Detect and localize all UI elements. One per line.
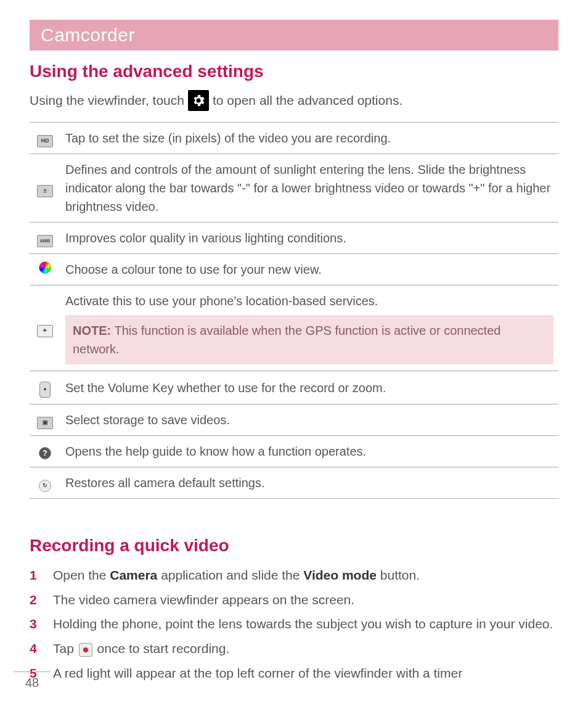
table-row: ▣Select storage to save videos. <box>30 404 558 436</box>
step-text: A red light will appear at the top left … <box>53 666 462 680</box>
intro-text-post: to open all the advanced options. <box>213 91 402 110</box>
list-item: Holding the phone, point the lens toward… <box>30 613 558 635</box>
setting-text: Select storage to save videos. <box>65 411 553 429</box>
setting-icon <box>39 261 51 274</box>
table-row: ↻Restores all camera default settings. <box>30 467 558 499</box>
step-text: application and slide the <box>157 568 303 582</box>
setting-icon-cell: AWB <box>30 223 60 254</box>
setting-icon-cell: HD <box>30 123 60 154</box>
intro-text-pre: Using the viewfinder, touch <box>30 91 184 110</box>
step-text: Holding the phone, point the lens toward… <box>53 617 553 631</box>
setting-text: Improves color quality in various lighti… <box>65 229 553 247</box>
setting-icon-cell: ▣ <box>30 404 60 436</box>
intro-paragraph: Using the viewfinder, touch to open all … <box>30 90 558 111</box>
setting-icon-cell: ↻ <box>30 467 60 499</box>
list-item: A red light will appear at the top left … <box>30 662 558 684</box>
setting-description: Defines and controls of the amount of su… <box>60 154 558 223</box>
note-label: NOTE: <box>73 324 111 337</box>
setting-text: Tap to set the size (in pixels) of the v… <box>65 129 553 147</box>
table-row: ?Opens the help guide to know how a func… <box>30 436 558 467</box>
section-heading-advanced: Using the advanced settings <box>30 62 558 81</box>
list-item: Tap once to start recording. <box>30 638 558 660</box>
chapter-title: Camcorder <box>30 20 558 51</box>
setting-description: Improves color quality in various lighti… <box>60 223 558 254</box>
section-heading-recording: Recording a quick video <box>30 536 558 556</box>
table-row: AWBImproves color quality in various lig… <box>30 223 558 254</box>
step-text: The video camera viewfinder appears on t… <box>53 593 354 607</box>
step-text: once to start recording. <box>94 641 230 655</box>
list-item: The video camera viewfinder appears on t… <box>30 589 558 611</box>
step-text: Tap <box>53 641 78 655</box>
gear-icon <box>188 90 209 111</box>
setting-icon: ✦ <box>37 325 53 337</box>
setting-icon: ● <box>39 382 51 398</box>
setting-description: Restores all camera default settings. <box>60 467 558 499</box>
setting-icon-cell: ? <box>30 436 60 467</box>
record-icon <box>79 643 92 657</box>
setting-icon-cell: ✦ <box>30 285 60 371</box>
table-row: HDTap to set the size (in pixels) of the… <box>30 123 558 154</box>
setting-description: Select storage to save videos. <box>60 404 558 436</box>
step-bold: Camera <box>110 568 157 582</box>
setting-icon-cell: ● <box>30 371 60 404</box>
setting-icon: ? <box>39 447 51 459</box>
step-bold: Video mode <box>303 568 377 582</box>
settings-table: HDTap to set the size (in pixels) of the… <box>30 122 558 499</box>
setting-text: Opens the help guide to know how a funct… <box>65 442 553 461</box>
setting-text: Defines and controls of the amount of su… <box>65 160 553 216</box>
setting-icon: ± <box>37 185 53 197</box>
steps-list: Open the Camera application and slide th… <box>30 564 558 684</box>
table-row: ✦Activate this to use your phone's locat… <box>30 285 558 371</box>
setting-icon: HD <box>37 135 53 147</box>
setting-description: Tap to set the size (in pixels) of the v… <box>60 123 558 154</box>
setting-text: Choose a colour tone to use for your new… <box>65 260 553 279</box>
setting-description: Opens the help guide to know how a funct… <box>60 436 558 467</box>
setting-description: Set the Volume Key whether to use for th… <box>60 371 558 404</box>
step-text: Open the <box>53 568 110 582</box>
table-row: Choose a colour tone to use for your new… <box>30 254 558 285</box>
setting-icon: ▣ <box>37 417 53 429</box>
setting-icon: ↻ <box>39 480 51 492</box>
list-item: Open the Camera application and slide th… <box>30 564 558 586</box>
step-text: button. <box>377 568 420 582</box>
setting-text: Activate this to use your phone's locati… <box>65 292 553 310</box>
table-row: ●Set the Volume Key whether to use for t… <box>30 371 558 404</box>
note-box: NOTE: This function is available when th… <box>65 315 553 364</box>
setting-icon-cell <box>30 254 60 285</box>
setting-description: Activate this to use your phone's locati… <box>60 285 558 371</box>
setting-text: Set the Volume Key whether to use for th… <box>65 379 553 397</box>
table-row: ±Defines and controls of the amount of s… <box>30 154 558 223</box>
setting-icon-cell: ± <box>30 154 60 223</box>
page-number: 48 <box>14 671 51 690</box>
setting-description: Choose a colour tone to use for your new… <box>60 254 558 285</box>
setting-text: Restores all camera default settings. <box>65 474 553 492</box>
setting-icon: AWB <box>37 235 53 247</box>
note-body: This function is available when the GPS … <box>73 324 500 356</box>
